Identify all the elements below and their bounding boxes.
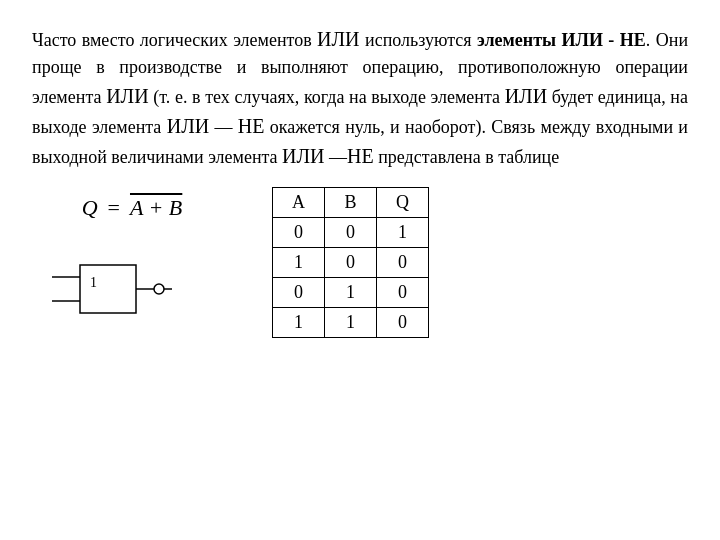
text-part4: (т. е. в тех случаях, когда на выходе эл…: [149, 87, 505, 107]
table-cell-2-1: 1: [325, 278, 377, 308]
formula-overline: A + B: [130, 195, 182, 221]
table-cell-0-2: 1: [377, 218, 429, 248]
gate-box: 1: [52, 249, 172, 329]
left-side: Q = A + B 1: [32, 187, 252, 329]
bold-text: элементы ИЛИ - НЕ: [477, 30, 646, 50]
svg-point-4: [154, 284, 164, 294]
table-cell-2-0: 0: [273, 278, 325, 308]
gate-svg: 1: [52, 249, 172, 329]
ili-4: ИЛИ: [167, 115, 209, 137]
col-header-b: B: [325, 188, 377, 218]
formula-equals: =: [108, 195, 120, 221]
ili-3: ИЛИ: [505, 85, 547, 107]
table-row: 010: [273, 278, 429, 308]
truth-table-body: 001100010110: [273, 218, 429, 338]
table-cell-3-0: 1: [273, 308, 325, 338]
table-cell-3-1: 1: [325, 308, 377, 338]
table-cell-3-2: 0: [377, 308, 429, 338]
ne-1: НЕ: [238, 115, 265, 137]
formula: Q = A + B: [82, 195, 183, 221]
text-part8: —: [325, 147, 348, 167]
table-cell-0-0: 0: [273, 218, 325, 248]
text-part2: используются: [360, 30, 477, 50]
ili-2: ИЛИ: [106, 85, 148, 107]
bottom-section: Q = A + B 1: [32, 187, 688, 338]
ili-5: ИЛИ: [282, 145, 324, 167]
page: Часто вместо логических элементов ИЛИ ис…: [0, 0, 720, 540]
gate-label: 1: [90, 275, 97, 290]
truth-table-container: A B Q 001100010110: [272, 187, 429, 338]
text-part1: Часто вместо логических элементов: [32, 30, 317, 50]
table-header-row: A B Q: [273, 188, 429, 218]
formula-q: Q: [82, 195, 98, 221]
ili-1: ИЛИ: [317, 28, 359, 50]
col-header-a: A: [273, 188, 325, 218]
table-cell-2-2: 0: [377, 278, 429, 308]
main-paragraph: Часто вместо логических элементов ИЛИ ис…: [32, 24, 688, 171]
truth-table: A B Q 001100010110: [272, 187, 429, 338]
table-cell-0-1: 0: [325, 218, 377, 248]
table-cell-1-0: 1: [273, 248, 325, 278]
formula-box: Q = A + B: [32, 187, 232, 229]
ne-2: НЕ: [347, 145, 374, 167]
col-header-q: Q: [377, 188, 429, 218]
table-cell-1-2: 0: [377, 248, 429, 278]
table-cell-1-1: 0: [325, 248, 377, 278]
text-part9: представлена в таблице: [374, 147, 559, 167]
table-row: 001: [273, 218, 429, 248]
svg-rect-2: [80, 265, 136, 313]
table-row: 110: [273, 308, 429, 338]
text-part6: —: [209, 117, 238, 137]
table-row: 100: [273, 248, 429, 278]
